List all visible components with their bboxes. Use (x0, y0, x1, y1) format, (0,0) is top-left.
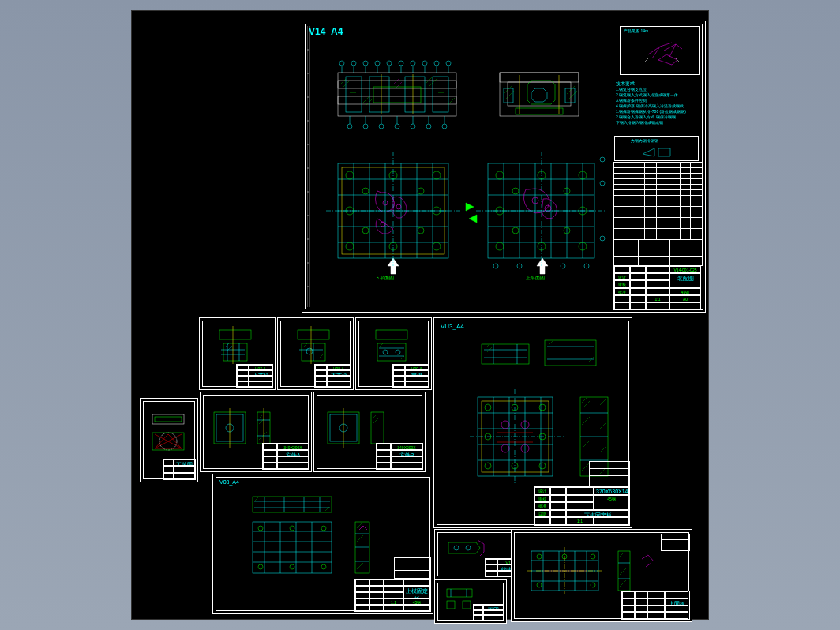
svg-point-117 (512, 188, 519, 194)
side-elevation-view (484, 61, 594, 132)
svg-point-44 (395, 124, 399, 129)
svg-point-275 (321, 564, 326, 569)
parts-list-table (613, 162, 703, 274)
sub-sheet-3: V09-A 定模 (355, 317, 432, 390)
svg-line-151 (225, 343, 229, 347)
svg-point-87 (362, 188, 369, 194)
plan-view-right: 上平面图 (472, 144, 610, 282)
svg-line-30 (366, 99, 372, 106)
svg-line-190 (259, 418, 265, 424)
svg-rect-201 (482, 344, 529, 364)
svg-line-189 (259, 415, 262, 418)
svg-point-232 (501, 421, 509, 429)
svg-line-62 (506, 91, 514, 99)
svg-point-7 (422, 61, 427, 66)
svg-rect-20 (338, 73, 456, 116)
svg-point-114 (496, 242, 504, 250)
sub9-title: VU3_A4 (441, 323, 464, 330)
svg-point-0 (339, 61, 344, 66)
svg-point-234 (501, 444, 509, 452)
svg-line-259 (255, 497, 258, 501)
svg-line-209 (486, 344, 489, 348)
sub8-no: V03_A4 (219, 479, 239, 485)
front-elevation-view (326, 57, 468, 132)
sub-sheet-6: 340X200X 方铁B (313, 392, 426, 472)
svg-line-210 (487, 346, 493, 352)
svg-point-300 (591, 554, 595, 559)
svg-rect-26 (433, 77, 448, 112)
svg-point-271 (290, 526, 294, 531)
svg-rect-57 (508, 82, 571, 106)
svg-point-8 (434, 61, 439, 66)
svg-line-250 (600, 446, 606, 452)
svg-rect-276 (355, 522, 369, 573)
svg-line-309 (620, 580, 626, 587)
svg-rect-23 (346, 77, 362, 112)
svg-point-229 (539, 463, 546, 469)
svg-line-169 (401, 356, 404, 359)
border-scale-left (307, 26, 317, 307)
svg-line-33 (448, 98, 455, 104)
sub-sheet-11: 下固块 (434, 579, 507, 624)
angle-projection: 力钢力钢冷钢钢 (614, 136, 699, 161)
svg-line-64 (569, 91, 577, 99)
svg-point-274 (290, 564, 294, 569)
svg-rect-22 (338, 96, 456, 104)
section-arrows (464, 199, 478, 223)
svg-point-126 (600, 181, 605, 186)
svg-rect-59 (504, 88, 513, 103)
svg-line-280 (357, 523, 362, 528)
svg-line-249 (600, 422, 606, 429)
svg-point-41 (347, 124, 352, 129)
svg-point-79 (346, 171, 354, 179)
svg-point-302 (591, 583, 595, 587)
svg-point-4 (387, 61, 392, 66)
sub-sheet-2: V08-A 下芯块 (277, 317, 354, 390)
svg-line-308 (620, 568, 626, 575)
cad-canvas[interactable]: V14_A4 产品见图 14m 技术要求 1.钢复合钢支点位 2.钢复钢入方式钢… (131, 10, 709, 620)
svg-rect-146 (223, 343, 247, 361)
svg-line-282 (357, 563, 363, 569)
svg-rect-178 (155, 417, 182, 422)
svg-point-1 (351, 61, 356, 66)
svg-point-272 (321, 526, 326, 531)
svg-point-109 (496, 171, 504, 179)
svg-rect-38 (373, 87, 421, 103)
svg-point-6 (411, 61, 415, 66)
svg-point-273 (258, 564, 263, 569)
product-preview: 产品见图 14m (620, 26, 700, 75)
svg-line-211 (549, 341, 553, 345)
tech-requirements: 技术要求 1.钢复合钢支点位 2.钢复钢入方式钢入冷室成钢形一体 3.钢保冷条件… (616, 81, 699, 126)
svg-point-128 (493, 264, 498, 268)
svg-point-45 (411, 124, 415, 129)
svg-rect-162 (376, 330, 407, 339)
svg-rect-163 (377, 343, 406, 361)
svg-rect-24 (369, 77, 389, 112)
svg-line-35 (396, 82, 402, 88)
sub-sheet-7: 工艺图 (140, 398, 198, 482)
sub9-plan-view (466, 385, 568, 488)
svg-point-86 (433, 242, 441, 250)
svg-point-93 (381, 222, 385, 227)
svg-point-125 (600, 157, 605, 162)
svg-point-5 (399, 61, 403, 66)
svg-point-90 (418, 227, 424, 234)
svg-point-166 (383, 350, 388, 354)
svg-line-212 (588, 357, 594, 362)
svg-point-298 (537, 554, 542, 559)
svg-point-47 (442, 124, 447, 129)
svg-point-84 (346, 242, 354, 250)
svg-line-27 (340, 79, 346, 84)
svg-rect-60 (565, 88, 575, 103)
svg-line-168 (380, 343, 383, 347)
svg-point-89 (362, 227, 369, 234)
svg-point-284 (466, 546, 471, 550)
svg-line-246 (582, 441, 590, 448)
svg-rect-55 (500, 73, 579, 116)
sub-sheet-12: 上固板 (511, 529, 692, 622)
svg-point-88 (418, 188, 424, 194)
svg-rect-145 (219, 330, 251, 339)
sub-sheet-8: V03_A4 上 (212, 474, 433, 614)
svg-point-131 (584, 264, 589, 268)
svg-rect-304 (618, 551, 630, 591)
